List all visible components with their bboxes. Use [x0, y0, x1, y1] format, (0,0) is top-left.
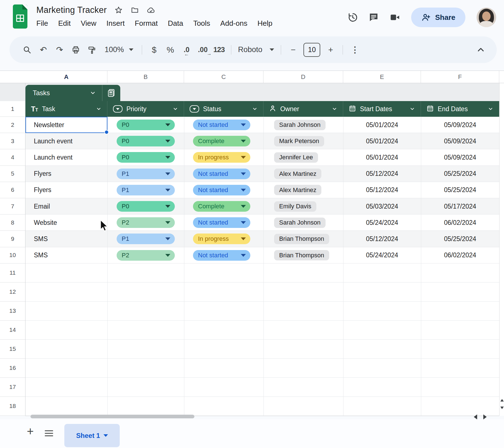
- status-chip[interactable]: In progress: [193, 234, 250, 244]
- dropdown-arrow-icon[interactable]: [165, 123, 170, 126]
- chevron-down-icon[interactable]: [252, 106, 258, 112]
- table-grid-icon[interactable]: [102, 89, 120, 97]
- cell-start-date[interactable]: 05/03/2024: [343, 198, 421, 214]
- menu-item-file[interactable]: File: [36, 19, 48, 28]
- status-chip[interactable]: Not started: [193, 120, 250, 130]
- table-column-header-start-dates[interactable]: Start Dates: [343, 101, 421, 117]
- row-header-3[interactable]: 3: [0, 133, 25, 149]
- cloud-saved-icon[interactable]: [147, 6, 155, 14]
- dropdown-arrow-icon[interactable]: [241, 189, 246, 192]
- cell-start-date[interactable]: 05/01/2024: [343, 149, 421, 165]
- status-chip[interactable]: In progress: [193, 152, 250, 163]
- chevron-down-icon[interactable]: [173, 106, 178, 112]
- column-header-d[interactable]: D: [263, 71, 343, 83]
- dropdown-arrow-icon[interactable]: [241, 254, 246, 257]
- priority-chip[interactable]: P2: [117, 250, 175, 261]
- row-header-12[interactable]: 12: [0, 283, 25, 302]
- cell-task[interactable]: Launch event: [25, 133, 107, 149]
- number-format-button[interactable]: 123: [211, 41, 227, 58]
- cell-start-date[interactable]: 05/12/2024: [343, 182, 421, 198]
- row-header-5[interactable]: 5: [0, 166, 25, 182]
- row-header-18[interactable]: 18: [0, 397, 25, 416]
- grid-row[interactable]: [25, 397, 499, 416]
- row-header-16[interactable]: 16: [0, 359, 25, 378]
- add-sheet-icon[interactable]: +: [27, 425, 34, 438]
- status-chip[interactable]: Not started: [193, 185, 250, 195]
- cell-end-date[interactable]: 05/25/2024: [421, 182, 499, 198]
- cell-end-date[interactable]: 05/17/2024: [421, 198, 499, 214]
- owner-chip[interactable]: Alex Martinez: [274, 169, 321, 179]
- priority-chip[interactable]: P0: [117, 120, 175, 130]
- cell-task[interactable]: Email: [25, 198, 107, 214]
- all-sheets-icon[interactable]: [45, 430, 53, 438]
- chevron-down-icon[interactable]: [488, 106, 493, 112]
- chevron-down-icon[interactable]: [96, 106, 102, 112]
- dropdown-arrow-icon[interactable]: [165, 237, 170, 240]
- dropdown-arrow-icon[interactable]: [165, 156, 170, 159]
- dropdown-arrow-icon[interactable]: [241, 205, 246, 208]
- more-options-icon[interactable]: ⋮: [347, 41, 363, 58]
- row-header-7[interactable]: 7: [0, 198, 25, 214]
- increase-decimal-button[interactable]: .00→: [195, 41, 211, 58]
- collapse-toolbar-icon[interactable]: [473, 41, 489, 58]
- cell-end-date[interactable]: 06/02/2024: [421, 214, 499, 231]
- table-column-header-priority[interactable]: Priority: [107, 101, 184, 117]
- dropdown-arrow-icon[interactable]: [241, 123, 246, 126]
- grid-row[interactable]: [25, 283, 499, 302]
- cell-task[interactable]: Website: [25, 214, 107, 231]
- cell-start-date[interactable]: 05/12/2024: [343, 231, 421, 247]
- vertical-scrollbar[interactable]: [499, 83, 504, 416]
- grid-row[interactable]: [25, 378, 499, 397]
- grid-row[interactable]: [25, 340, 499, 359]
- chevron-down-icon[interactable]: [409, 106, 415, 112]
- priority-chip[interactable]: P0: [117, 201, 175, 212]
- meet-camera-icon[interactable]: [390, 12, 400, 22]
- cell-end-date[interactable]: 05/09/2024: [421, 117, 499, 133]
- row-header-6[interactable]: 6: [0, 182, 25, 198]
- dropdown-arrow-icon[interactable]: [241, 172, 246, 175]
- cell-start-date[interactable]: 05/24/2024: [343, 214, 421, 231]
- status-chip[interactable]: Not started: [193, 169, 250, 179]
- scroll-left-icon[interactable]: [474, 414, 477, 419]
- priority-chip[interactable]: P1: [117, 169, 175, 179]
- dropdown-arrow-icon[interactable]: [241, 156, 246, 159]
- dropdown-arrow-icon[interactable]: [165, 140, 170, 143]
- owner-chip[interactable]: Mark Peterson: [274, 136, 324, 146]
- priority-chip[interactable]: P0: [117, 152, 175, 163]
- print-icon[interactable]: [68, 41, 84, 58]
- cell-end-date[interactable]: 05/09/2024: [421, 149, 499, 165]
- owner-chip[interactable]: Alex Martinez: [274, 185, 321, 195]
- account-avatar[interactable]: [477, 8, 496, 27]
- cell-end-date[interactable]: 05/09/2024: [421, 133, 499, 149]
- menu-item-edit[interactable]: Edit: [58, 19, 71, 28]
- owner-chip[interactable]: Brian Thompson: [274, 234, 329, 244]
- row-header-11[interactable]: 11: [0, 263, 25, 283]
- menu-item-insert[interactable]: Insert: [107, 19, 125, 28]
- dropdown-arrow-icon[interactable]: [241, 221, 246, 224]
- cell-start-date[interactable]: 05/12/2024: [343, 166, 421, 182]
- menu-item-view[interactable]: View: [81, 19, 96, 28]
- scroll-up-icon[interactable]: [500, 399, 504, 402]
- row-header-13[interactable]: 13: [0, 302, 25, 321]
- dropdown-arrow-icon[interactable]: [241, 140, 246, 143]
- grid-row[interactable]: [25, 359, 499, 378]
- owner-chip[interactable]: Sarah Johnson: [274, 218, 326, 228]
- cell-task[interactable]: SMS: [25, 231, 107, 247]
- undo-icon[interactable]: ↶: [35, 41, 51, 58]
- status-chip[interactable]: Complete: [193, 201, 250, 212]
- document-title[interactable]: Marketing Tracker: [36, 5, 107, 15]
- dropdown-arrow-icon[interactable]: [241, 237, 246, 240]
- status-chip[interactable]: Not started: [193, 217, 250, 228]
- table-column-header-owner[interactable]: Owner: [263, 101, 343, 117]
- decrease-decimal-button[interactable]: .0←: [178, 41, 195, 58]
- dropdown-arrow-icon[interactable]: [165, 189, 170, 192]
- owner-chip[interactable]: Emily Davis: [274, 201, 316, 212]
- scroll-right-icon[interactable]: [483, 414, 487, 419]
- dropdown-arrow-icon[interactable]: [165, 254, 170, 257]
- priority-chip[interactable]: P1: [117, 185, 175, 195]
- row-header-8[interactable]: 8: [0, 214, 25, 231]
- row-header-14[interactable]: 14: [0, 321, 25, 340]
- font-family-select[interactable]: Roboto: [235, 45, 277, 54]
- dropdown-arrow-icon[interactable]: [165, 172, 170, 175]
- row-header-15[interactable]: 15: [0, 340, 25, 359]
